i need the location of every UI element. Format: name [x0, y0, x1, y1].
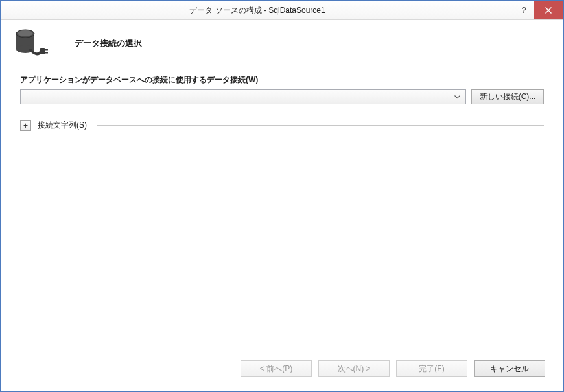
cancel-button[interactable]: キャンセル: [474, 360, 545, 377]
help-button[interactable]: ?: [514, 1, 534, 19]
connection-field-label: アプリケーションがデータベースへの接続に使用するデータ接続(W): [20, 75, 544, 86]
wizard-footer: < 前へ(P) 次へ(N) > 完了(F) キャンセル: [1, 355, 563, 391]
next-button[interactable]: 次へ(N) >: [318, 360, 390, 377]
expand-toggle-button[interactable]: +: [20, 120, 31, 131]
database-icon: [15, 28, 54, 59]
connection-string-expander: + 接続文字列(S): [20, 120, 544, 131]
finish-button[interactable]: 完了(F): [396, 360, 467, 377]
connection-string-label: 接続文字列(S): [38, 120, 91, 131]
separator-line: [97, 125, 544, 126]
close-button[interactable]: [534, 1, 563, 19]
wizard-header: データ接続の選択: [1, 20, 563, 69]
close-icon: [545, 6, 552, 14]
svg-point-6: [18, 30, 33, 36]
wizard-step-title: データ接続の選択: [75, 38, 142, 49]
chevron-down-icon: [452, 90, 463, 104]
window-title: データ ソースの構成 - SqlDataSource1: [1, 1, 514, 19]
svg-rect-7: [40, 48, 45, 54]
previous-button[interactable]: < 前へ(P): [241, 360, 312, 377]
connection-dropdown[interactable]: [20, 89, 466, 104]
new-connection-button[interactable]: 新しい接続(C)...: [471, 89, 544, 104]
connection-row: 新しい接続(C)...: [20, 89, 544, 104]
titlebar-buttons: ?: [514, 1, 563, 19]
wizard-content: アプリケーションがデータベースへの接続に使用するデータ接続(W) 新しい接続(C…: [1, 69, 563, 355]
wizard-window: データ ソースの構成 - SqlDataSource1 ?: [0, 0, 564, 392]
titlebar: データ ソースの構成 - SqlDataSource1 ?: [1, 1, 563, 20]
